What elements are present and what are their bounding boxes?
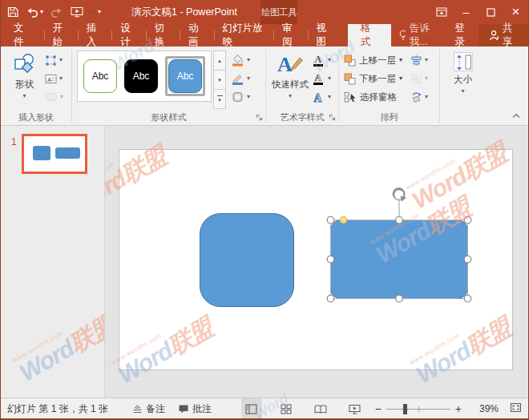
bring-forward-button[interactable]: 上移一层 ▾ [344,52,402,68]
redo-button [50,7,63,18]
slide-thumbnail-1[interactable] [22,134,87,174]
chevron-down-icon: ▾ [247,94,250,100]
tab-view[interactable]: 视图 [309,24,342,46]
shape-style-gallery: Abc Abc Abc [77,50,212,102]
slide-number: 1 [11,136,17,147]
ribbon: Word Word 形状 ▾ ▾ [1,46,528,126]
chevron-down-icon: ▾ [59,75,63,82]
tab-transitions[interactable]: 切换 [147,24,180,46]
group-size: 大小 ▾ [440,46,486,125]
reading-view-button[interactable] [310,398,331,420]
tab-animations[interactable]: 动画 [180,24,214,46]
workspace: 1 www.wordlm.com Word联盟 [1,126,528,398]
undo-button[interactable]: ▾ [26,7,43,18]
slide-sorter-icon [281,404,292,414]
chevron-down-icon: ▾ [247,75,250,82]
chevron-down-icon: ▾ [328,94,331,100]
shape-effects-button[interactable]: ▾ [230,89,252,105]
tab-review[interactable]: 审阅 [274,24,308,46]
ribbon-display-icon [436,7,447,17]
powerpoint-window: ▾ ▾ 演示文稿1 - PowerPoint 绘图工具 – × [0,0,529,420]
save-button[interactable] [7,6,18,18]
shape-outline-button[interactable]: ▾ [230,71,252,87]
tab-insert[interactable]: 插入 [79,24,112,46]
dialog-launcher-icon[interactable] [256,113,263,123]
tab-home[interactable]: 开始 [44,24,78,46]
redo-icon [50,7,63,18]
zoom-in-button[interactable]: + [455,402,462,415]
window-title: 演示文稿1 - PowerPoint [131,0,237,24]
tab-file[interactable]: 文件 [1,24,44,46]
sign-in-button[interactable]: 登录 [446,24,479,46]
tell-me-button[interactable]: 告诉我... [391,24,447,46]
ribbon-display-options-button[interactable] [429,0,454,24]
shapes-button[interactable]: 形状 ▾ [6,50,43,110]
tab-slideshow[interactable]: 幻灯片放映 [214,24,273,46]
align-icon [410,55,422,67]
fit-slide-button[interactable] [510,402,522,415]
close-button[interactable]: × [503,0,528,24]
gallery-down-button[interactable]: ▾ [213,70,226,90]
chevron-down-icon[interactable]: ▾ [399,75,402,82]
svg-text:A: A [315,72,322,83]
zoom-level[interactable]: 39% [471,403,499,414]
slide-sorter-view-button[interactable] [276,398,297,420]
style-preset-1[interactable]: Abc [83,59,117,93]
normal-view-button[interactable] [241,398,262,420]
zoom-slider[interactable] [386,398,450,420]
selection-overlay [119,150,514,371]
shape-fill-button[interactable]: ▾ [230,52,252,68]
maximize-button[interactable] [479,0,503,24]
start-slideshow-button[interactable] [71,6,83,18]
view-switcher [241,398,365,420]
group-shape-styles: Abc Abc Abc ▴ ▾ ▾ ▾ [72,46,265,125]
chevron-down-icon: ▾ [289,93,292,99]
minimize-button[interactable]: – [454,0,479,24]
tab-format[interactable]: 格式 [348,24,391,46]
customize-qat-button[interactable]: ▾ [91,9,101,15]
slide-1-surface[interactable] [119,149,513,370]
gallery-up-button[interactable]: ▴ [213,50,226,71]
edit-shape-button[interactable]: ▾ [43,52,65,68]
text-effects-button[interactable]: A ▾ [310,89,333,105]
align-button[interactable]: ▾ [409,52,430,68]
chevron-down-icon: ▾ [22,93,26,99]
ribbon-tab-bar: 文件 开始 插入 设计 切换 动画 幻灯片放映 审阅 视图 格式 告诉我... … [1,24,528,46]
size-icon [454,52,473,71]
gallery-more-button[interactable]: ▾ [213,89,226,109]
shape-fill-icon [232,54,244,67]
zoom-slider-thumb[interactable] [403,404,407,414]
send-backward-button[interactable]: 下移一层 ▾ [344,71,402,87]
rotate-button[interactable]: ▾ [409,89,430,105]
text-fill-button[interactable]: A ▾ [310,52,333,68]
comments-icon [178,404,189,414]
group-objects-button: ▾ [409,71,430,87]
share-button[interactable]: 共享 [479,24,528,46]
text-box-button[interactable]: A ▾ [43,71,65,87]
title-bar: ▾ ▾ 演示文稿1 - PowerPoint 绘图工具 – × [1,0,528,24]
chevron-down-icon[interactable]: ▾ [40,9,43,15]
notes-button[interactable]: 备注 [126,398,172,419]
size-button[interactable]: 大小 ▾ [444,50,482,110]
notes-icon [132,404,143,414]
slideshow-view-button[interactable] [345,398,365,420]
selection-pane-button[interactable]: 选择窗格 [344,89,402,105]
tab-design[interactable]: 设计 [112,24,146,46]
svg-text:A: A [277,53,293,76]
save-icon [7,6,18,18]
edit-shape-icon [45,55,57,67]
zoom-out-button[interactable]: − [375,402,382,415]
text-outline-button[interactable]: A ▾ [310,71,333,87]
quick-styles-icon: A [277,52,304,76]
style-preset-3-selected[interactable]: Abc [165,56,205,96]
quick-styles-button[interactable]: A 快速样式 ▾ [270,50,310,110]
chevron-down-icon[interactable]: ▾ [399,57,402,63]
style-preset-2[interactable]: Abc [124,59,158,93]
reading-view-icon [314,404,327,414]
group-objects-icon [410,73,422,85]
window-controls: – × [429,0,528,24]
group-label: 形状样式 [72,110,265,125]
comments-button[interactable]: 批注 [172,398,218,419]
collapse-ribbon-button[interactable] [511,110,521,121]
dialog-launcher-icon[interactable] [329,113,336,123]
